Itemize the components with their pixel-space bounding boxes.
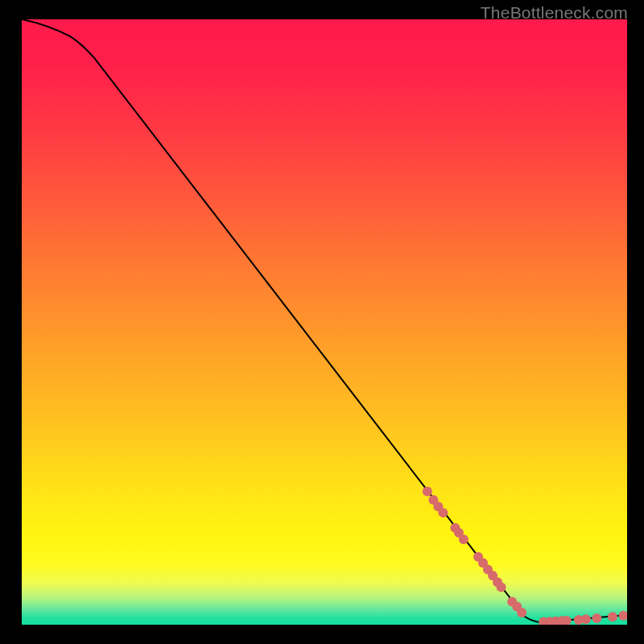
data-marker [428, 495, 438, 505]
data-marker [423, 487, 432, 497]
data-marker [618, 611, 627, 621]
curve-group [22, 19, 627, 622]
marker-group [423, 487, 627, 625]
data-marker [517, 608, 526, 617]
data-marker [483, 565, 493, 575]
data-marker [459, 535, 469, 544]
data-marker [581, 614, 591, 624]
chart-stage: TheBottleneck.com [0, 0, 644, 644]
data-marker [478, 558, 488, 568]
bottleneck-curve [22, 19, 627, 622]
chart-plot-area [22, 19, 627, 625]
chart-svg [22, 19, 627, 625]
data-marker [454, 528, 464, 538]
data-marker [512, 601, 522, 611]
watermark-text: TheBottleneck.com [481, 3, 628, 23]
data-marker [551, 617, 560, 625]
data-marker [592, 613, 601, 623]
data-marker [557, 616, 567, 625]
data-marker [497, 582, 506, 592]
data-marker [574, 615, 584, 625]
data-marker [545, 617, 555, 625]
data-marker [562, 616, 572, 625]
data-marker [450, 523, 460, 533]
data-marker [488, 571, 497, 580]
data-marker [433, 502, 443, 511]
data-marker [539, 617, 548, 625]
data-marker [438, 508, 448, 518]
data-marker [507, 597, 517, 606]
data-marker [608, 612, 617, 621]
data-marker [493, 577, 502, 587]
data-marker [473, 552, 483, 562]
